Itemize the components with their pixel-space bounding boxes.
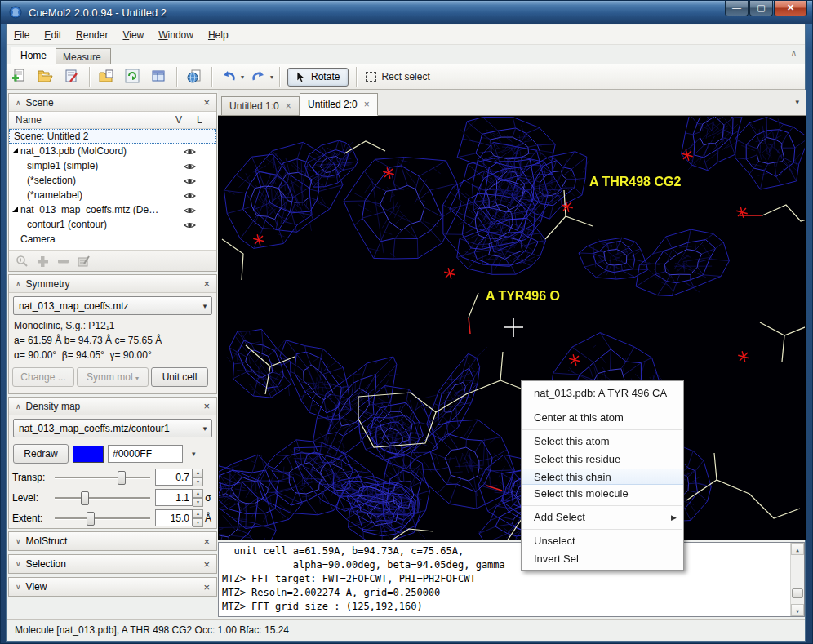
density-mesh-canvas[interactable] (219, 117, 805, 540)
menu-item-select-chain[interactable]: Select this chain (522, 469, 683, 485)
properties-icon[interactable] (77, 255, 91, 268)
tab-close-icon[interactable]: × (286, 100, 291, 112)
color-hex-field[interactable]: #0000FF (108, 445, 183, 463)
table-view-button[interactable] (148, 66, 171, 87)
collapse-icon[interactable]: ∧ (16, 280, 21, 288)
scroll-down-icon[interactable]: ▼ (791, 604, 804, 616)
transparency-slider[interactable] (55, 470, 150, 485)
tree-row-scene[interactable]: Scene: Untitled 2 (9, 129, 216, 144)
log-console[interactable]: unit cell a=61.59A, b=94.73A, c=75.65A, … (218, 542, 805, 617)
maximize-button[interactable]: ▢ (749, 1, 773, 16)
tab-measure[interactable]: Measure (53, 48, 111, 65)
column-visibility[interactable]: V (175, 114, 197, 126)
visibility-eye-icon[interactable] (184, 192, 196, 200)
menu-item-select-atom[interactable]: Select this atom (522, 433, 683, 451)
level-value[interactable]: 1.1 (155, 489, 193, 506)
view-tab-1[interactable]: Untitled 1:0 × (221, 96, 300, 116)
remove-renderer-icon[interactable] (56, 255, 69, 268)
tree-row-map[interactable]: nat_013_map_coeffs.mtz (De… (9, 202, 216, 217)
save-scene-button[interactable] (60, 66, 83, 87)
symmetry-target-select[interactable]: nat_013_map_coeffs.mtz ▾ (13, 296, 212, 315)
rotate-tool-button[interactable]: Rotate (287, 68, 349, 87)
rect-select-button[interactable]: Rect select (361, 69, 434, 85)
menu-item-select-molecule[interactable]: Select this molecule (522, 485, 683, 503)
close-icon[interactable]: × (203, 558, 210, 571)
collapse-icon[interactable]: ∧ (16, 99, 21, 107)
visibility-eye-icon[interactable] (184, 162, 196, 171)
tab-list-dropdown-icon[interactable]: ▾ (795, 98, 799, 106)
expander-icon[interactable] (12, 207, 18, 212)
visibility-eye-icon[interactable] (184, 221, 196, 229)
change-button[interactable]: Change ... (12, 367, 74, 387)
titlebar[interactable]: CueMol2 2.0.0.94 - Untitled 2 — ▢ ✕ (1, 1, 813, 24)
close-icon[interactable]: × (203, 96, 210, 109)
tree-row-contour[interactable]: contour1 (contour) (9, 217, 216, 232)
ribbon-collapse-icon[interactable]: ∧ (791, 48, 797, 57)
menu-item-add-select[interactable]: Add Select ▶ (522, 509, 683, 526)
expander-icon[interactable] (12, 148, 18, 153)
symmetry-panel-header[interactable]: ∧ Symmetry × (9, 275, 216, 293)
undo-button[interactable] (218, 66, 241, 87)
menu-view[interactable]: View (115, 27, 151, 43)
column-name[interactable]: Name (9, 114, 175, 126)
tab-home[interactable]: Home (11, 47, 56, 65)
menu-render[interactable]: Render (69, 27, 115, 43)
add-renderer-icon[interactable] (36, 255, 49, 268)
selection-panel-header[interactable]: ∨ Selection × (8, 554, 217, 574)
menu-help[interactable]: Help (201, 27, 236, 43)
collapse-icon[interactable]: ∧ (16, 402, 21, 411)
menu-item-select-residue[interactable]: Select this residue (522, 451, 683, 469)
scroll-up-icon[interactable]: ▲ (791, 543, 804, 555)
expand-icon[interactable]: ∨ (16, 560, 21, 568)
visibility-eye-icon[interactable] (184, 177, 196, 185)
render-button[interactable] (183, 66, 206, 87)
level-slider[interactable] (55, 491, 150, 505)
menu-item-unselect[interactable]: Unselect (522, 532, 683, 550)
extent-value[interactable]: 15.0 (155, 509, 193, 526)
redo-button[interactable] (247, 66, 270, 87)
density-target-select[interactable]: nat_013_map_coeffs.mtz/contour1 ▾ (13, 419, 212, 437)
menu-item-invert-sel[interactable]: Invert Sel (522, 550, 683, 568)
expand-icon[interactable]: ∨ (16, 537, 21, 545)
redo-caret-icon[interactable]: ▾ (270, 73, 273, 81)
tree-row-molecule[interactable]: nat_013.pdb (MolCoord) (9, 144, 216, 158)
menu-window[interactable]: Window (151, 27, 201, 43)
tree-row-selection[interactable]: (*selection) (9, 173, 216, 188)
menu-item-center-at-atom[interactable]: Center at this atom (522, 409, 683, 427)
column-lock[interactable]: L (197, 114, 216, 126)
close-icon[interactable]: × (203, 400, 210, 412)
redraw-button[interactable]: Redraw (13, 444, 69, 464)
transparency-value[interactable]: 0.7 (155, 469, 193, 486)
scene-panel-header[interactable]: ∧ Scene × (9, 94, 216, 112)
menu-edit[interactable]: Edit (37, 27, 69, 43)
slider-thumb[interactable] (118, 471, 126, 485)
close-icon[interactable]: × (203, 535, 210, 548)
visibility-eye-icon[interactable] (184, 207, 196, 215)
reload-button[interactable] (122, 66, 144, 87)
density-panel-header[interactable]: ∧ Density map × (9, 398, 216, 415)
tree-row-renderer[interactable]: simple1 (simple) (9, 158, 216, 173)
extent-slider[interactable] (55, 511, 150, 526)
transparency-spinner[interactable]: ▲▼ (193, 469, 203, 486)
extent-spinner[interactable]: ▲▼ (193, 509, 203, 526)
close-icon[interactable]: × (203, 278, 210, 290)
chevron-down-icon[interactable]: ▾ (192, 450, 196, 458)
molecular-viewport[interactable]: A THR498 CG2 A TYR496 O (218, 116, 806, 540)
new-scene-button[interactable] (8, 66, 31, 87)
scroll-thumb[interactable] (792, 588, 803, 598)
menu-file[interactable]: File (7, 27, 37, 43)
slider-thumb[interactable] (87, 512, 95, 526)
level-spinner[interactable]: ▲▼ (193, 489, 203, 506)
symm-mol-button[interactable]: Symm mol ▾ (77, 367, 149, 387)
slider-thumb[interactable] (81, 491, 89, 505)
minimize-button[interactable]: — (725, 1, 749, 16)
unit-cell-button[interactable]: Unit cell (151, 367, 208, 387)
molstruct-panel-header[interactable]: ∨ MolStruct × (8, 531, 217, 551)
view-tab-2[interactable]: Untitled 2:0 × (300, 93, 378, 116)
map-color-swatch[interactable] (73, 446, 104, 463)
zoom-tool-icon[interactable] (16, 255, 29, 268)
close-button[interactable]: ✕ (774, 1, 807, 16)
close-icon[interactable]: × (203, 581, 210, 593)
open-scene-button[interactable] (34, 66, 57, 87)
tree-row-namelabel[interactable]: (*namelabel) (9, 188, 216, 202)
